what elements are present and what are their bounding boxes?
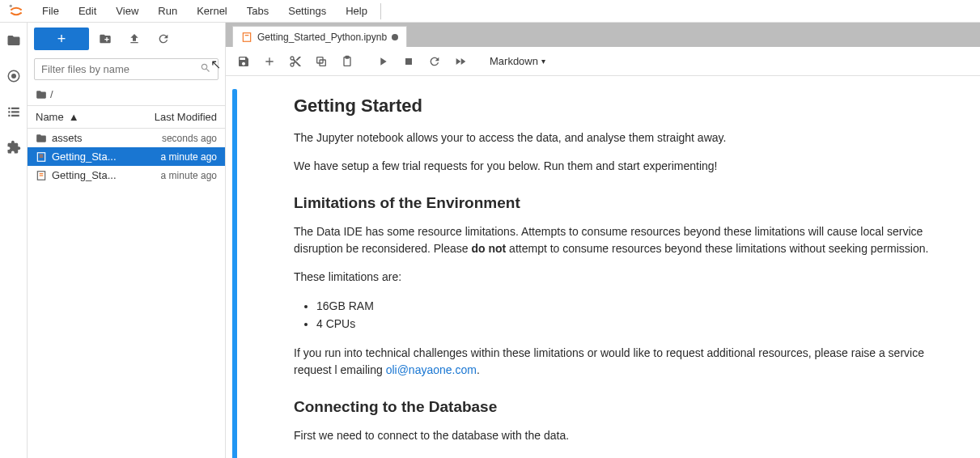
new-launcher-button[interactable]: + — [34, 28, 89, 50]
breadcrumb-root[interactable]: / — [50, 88, 53, 100]
file-name: Getting_Sta... — [52, 169, 117, 181]
menu-settings[interactable]: Settings — [278, 2, 336, 20]
toc-icon[interactable] — [6, 104, 22, 120]
stop-icon[interactable] — [397, 50, 420, 73]
paragraph: First we need to connect to the database… — [294, 427, 931, 444]
svg-point-2 — [11, 74, 15, 78]
notebook-body[interactable]: Getting Started The Jupyter notebook all… — [226, 76, 980, 458]
menu-tabs[interactable]: Tabs — [237, 2, 278, 20]
svg-rect-4 — [11, 108, 19, 109]
header-modified[interactable]: Last Modified — [140, 106, 225, 128]
running-icon[interactable] — [6, 68, 22, 84]
file-modified: a minute ago — [132, 151, 217, 163]
file-name: assets — [52, 132, 83, 144]
filter-box[interactable] — [34, 58, 218, 80]
notebook-toolbar: Markdown ▾ — [226, 47, 980, 76]
header-name[interactable]: Name ▲ — [28, 106, 140, 128]
save-icon[interactable] — [232, 50, 255, 73]
paragraph: The Data IDE has some resource limitatio… — [294, 223, 931, 257]
list-item: 4 CPUs — [316, 315, 931, 333]
svg-rect-3 — [8, 108, 10, 109]
folder-icon[interactable] — [6, 32, 22, 49]
folder-icon — [36, 89, 47, 100]
copy-icon[interactable] — [310, 50, 333, 73]
add-cell-icon[interactable] — [258, 50, 281, 73]
restart-icon[interactable] — [423, 50, 446, 73]
main-content: Getting_Started_Python.ipynb Markdown ▾ — [226, 23, 980, 458]
menu-view[interactable]: View — [106, 2, 148, 20]
filter-input[interactable] — [41, 63, 200, 75]
cell-content: Getting Started The Jupyter notebook all… — [245, 89, 980, 458]
svg-rect-15 — [243, 32, 250, 41]
list-item: 16GB RAM — [316, 297, 931, 315]
svg-rect-16 — [245, 35, 249, 36]
notebook-icon — [241, 32, 252, 43]
extensions-icon[interactable] — [6, 139, 22, 155]
folder-icon — [36, 133, 47, 144]
file-list-header: Name ▲ Last Modified — [28, 105, 225, 129]
file-modified: a minute ago — [132, 170, 217, 181]
file-row-assets[interactable]: assets seconds ago — [28, 129, 225, 147]
upload-icon[interactable] — [121, 28, 147, 50]
file-name: Getting_Sta... — [52, 151, 117, 163]
tabbar: Getting_Started_Python.ipynb — [226, 23, 980, 47]
paragraph: These limitations are: — [294, 269, 931, 286]
file-modified: seconds ago — [132, 133, 217, 144]
menu-help[interactable]: Help — [336, 2, 377, 20]
unsaved-dot-icon — [392, 34, 398, 40]
svg-rect-14 — [40, 175, 44, 176]
markdown-cell[interactable]: Getting Started The Jupyter notebook all… — [232, 89, 980, 458]
svg-rect-11 — [40, 156, 44, 157]
paragraph: The Jupyter notebook allows your to acce… — [294, 129, 931, 146]
limitations-list: 16GB RAM 4 CPUs — [316, 297, 931, 333]
breadcrumb[interactable]: / — [28, 83, 225, 105]
file-row-getting-started-1[interactable]: Getting_Sta... a minute ago — [28, 147, 225, 166]
tab-getting-started[interactable]: Getting_Started_Python.ipynb — [232, 26, 407, 47]
svg-rect-7 — [8, 115, 10, 117]
file-browser: + / Name ▲ Last Modifi — [28, 23, 226, 458]
contact-email-link[interactable]: oli@nayaone.com — [386, 363, 477, 376]
heading-limitations: Limitations of the Environment — [294, 194, 931, 212]
svg-rect-6 — [11, 111, 19, 112]
tab-title: Getting_Started_Python.ipynb — [257, 32, 387, 43]
cut-icon[interactable] — [284, 50, 307, 73]
notebook-icon — [36, 151, 47, 163]
paste-icon[interactable] — [336, 50, 358, 73]
sort-asc-icon: ▲ — [69, 111, 79, 123]
menu-run[interactable]: Run — [148, 2, 187, 20]
new-folder-icon[interactable] — [92, 28, 118, 50]
svg-rect-5 — [8, 111, 10, 112]
left-rail — [0, 23, 28, 458]
heading-connecting: Connecting to the Database — [294, 398, 931, 416]
menu-edit[interactable]: Edit — [69, 2, 106, 20]
menubar: File Edit View Run Kernel Tabs Settings … — [0, 0, 980, 23]
chevron-down-icon: ▾ — [541, 57, 545, 66]
svg-rect-8 — [11, 115, 19, 117]
search-icon — [200, 62, 211, 76]
svg-rect-10 — [40, 155, 44, 155]
svg-rect-21 — [405, 58, 412, 65]
svg-point-0 — [10, 4, 12, 6]
cell-indicator — [232, 89, 237, 458]
paragraph: We have setup a few trial requests for y… — [294, 158, 931, 175]
refresh-icon[interactable] — [151, 28, 176, 50]
file-row-getting-started-2[interactable]: Getting_Sta... a minute ago — [28, 166, 225, 184]
paragraph: If you run into technical challenges wit… — [294, 345, 931, 379]
menu-divider — [380, 3, 381, 19]
svg-rect-13 — [40, 173, 44, 174]
heading-getting-started: Getting Started — [294, 95, 931, 117]
run-all-icon[interactable] — [449, 50, 472, 73]
cell-type-select[interactable]: Markdown ▾ — [485, 53, 550, 69]
menu-file[interactable]: File — [32, 2, 69, 20]
jupyter-logo — [6, 2, 26, 21]
svg-rect-20 — [346, 56, 349, 58]
run-icon[interactable] — [371, 50, 394, 73]
notebook-icon — [36, 170, 47, 181]
menu-kernel[interactable]: Kernel — [187, 2, 237, 20]
